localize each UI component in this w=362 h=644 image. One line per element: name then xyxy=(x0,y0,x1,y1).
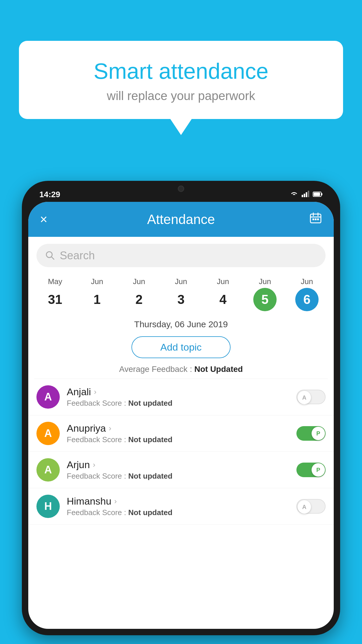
attendance-toggle[interactable]: A xyxy=(296,390,326,404)
chevron-right-icon: › xyxy=(94,387,96,396)
feedback-score: Feedback Score : Not updated xyxy=(67,472,296,481)
cal-date[interactable]: 5 xyxy=(253,288,277,311)
selected-date-label: Thursday, 06 June 2019 xyxy=(28,314,334,332)
cal-date[interactable]: 6 xyxy=(295,288,319,311)
svg-rect-3 xyxy=(308,191,309,197)
feedback-score: Feedback Score : Not updated xyxy=(67,435,296,444)
cal-month: May xyxy=(48,277,62,286)
chevron-right-icon: › xyxy=(109,424,111,433)
calendar-day[interactable]: May 31 xyxy=(34,275,76,314)
svg-rect-6 xyxy=(321,193,322,195)
speech-bubble-container: Smart attendance will replace your paper… xyxy=(19,41,343,119)
attendance-toggle[interactable]: P xyxy=(296,463,326,477)
calendar-icon[interactable] xyxy=(309,212,322,227)
svg-rect-12 xyxy=(315,218,317,220)
search-icon xyxy=(45,251,55,260)
student-name: Himanshu › xyxy=(67,496,296,507)
avg-feedback-label: Average Feedback : xyxy=(119,365,194,374)
add-topic-button[interactable]: Add topic xyxy=(131,336,231,358)
battery-icon xyxy=(313,190,323,199)
phone-frame: 14:29 xyxy=(22,181,340,635)
toggle-knob: P xyxy=(312,463,325,477)
cal-month: Jun xyxy=(217,277,229,286)
svg-rect-13 xyxy=(317,218,319,220)
cal-date[interactable]: 2 xyxy=(127,288,151,311)
avatar: H xyxy=(36,495,60,518)
cal-date[interactable]: 31 xyxy=(43,288,67,311)
cal-date[interactable]: 4 xyxy=(211,288,235,311)
calendar-day[interactable]: Jun 3 xyxy=(160,275,202,314)
attendance-toggle[interactable]: P xyxy=(296,426,326,441)
signal-icon xyxy=(302,190,309,199)
cal-month: Jun xyxy=(91,277,103,286)
avatar: A xyxy=(36,422,60,445)
toggle-knob: A xyxy=(298,391,311,404)
svg-rect-5 xyxy=(314,192,320,196)
student-info: Arjun › Feedback Score : Not updated xyxy=(67,459,296,481)
student-list: A Anjali › Feedback Score : Not updated … xyxy=(28,379,334,525)
status-icons xyxy=(290,190,323,199)
cal-month: Jun xyxy=(133,277,145,286)
avatar: A xyxy=(36,385,60,409)
student-item[interactable]: H Himanshu › Feedback Score : Not update… xyxy=(28,488,334,525)
bubble-title: Smart attendance xyxy=(34,58,328,84)
status-time: 14:29 xyxy=(39,190,60,199)
feedback-score: Feedback Score : Not updated xyxy=(67,399,296,408)
front-camera xyxy=(178,186,184,192)
cal-month: Jun xyxy=(301,277,313,286)
cal-date[interactable]: 3 xyxy=(169,288,193,311)
phone-outer: 14:29 xyxy=(22,181,340,635)
student-name: Anjali › xyxy=(67,386,296,398)
svg-rect-11 xyxy=(312,218,314,220)
add-topic-container: Add topic xyxy=(28,336,334,358)
avg-feedback-value: Not Updated xyxy=(194,365,243,374)
svg-rect-1 xyxy=(304,194,305,197)
student-item[interactable]: A Anjali › Feedback Score : Not updated … xyxy=(28,379,334,415)
calendar-day[interactable]: Jun 5 xyxy=(244,275,286,314)
calendar-day[interactable]: Jun 4 xyxy=(202,275,244,314)
attendance-toggle[interactable]: A xyxy=(296,499,326,514)
student-name: Anupriya › xyxy=(67,423,296,434)
phone-notch xyxy=(164,181,198,197)
student-info: Anjali › Feedback Score : Not updated xyxy=(67,386,296,408)
svg-rect-0 xyxy=(302,195,303,197)
calendar-day[interactable]: Jun 6 xyxy=(286,275,328,314)
student-item[interactable]: A Arjun › Feedback Score : Not updated P xyxy=(28,452,334,488)
calendar-day[interactable]: Jun 2 xyxy=(118,275,160,314)
toggle-knob: A xyxy=(298,500,311,514)
cal-date[interactable]: 1 xyxy=(85,288,109,311)
calendar-day[interactable]: Jun 1 xyxy=(76,275,118,314)
app-header: × Attendance xyxy=(28,202,334,237)
app-header-title: Attendance xyxy=(147,211,215,227)
app-content: × Attendance xyxy=(28,202,334,629)
svg-rect-2 xyxy=(306,192,307,197)
chevron-right-icon: › xyxy=(114,497,117,506)
wifi-icon xyxy=(290,190,298,199)
speech-bubble: Smart attendance will replace your paper… xyxy=(19,41,343,119)
avg-feedback: Average Feedback : Not Updated xyxy=(28,362,334,379)
close-button[interactable]: × xyxy=(40,212,48,227)
toggle-knob: P xyxy=(312,427,325,440)
feedback-score: Feedback Score : Not updated xyxy=(67,508,296,517)
avatar: A xyxy=(36,458,60,482)
svg-line-15 xyxy=(52,257,54,259)
chevron-right-icon: › xyxy=(93,460,95,469)
bubble-subtitle: will replace your paperwork xyxy=(34,89,328,103)
student-name: Arjun › xyxy=(67,459,296,470)
student-info: Anupriya › Feedback Score : Not updated xyxy=(67,423,296,444)
search-bar[interactable]: Search xyxy=(36,244,326,267)
calendar-row: May 31 Jun 1 Jun 2 Jun 3 Jun 4 Jun 5 Jun… xyxy=(28,272,334,314)
student-item[interactable]: A Anupriya › Feedback Score : Not update… xyxy=(28,415,334,452)
cal-month: Jun xyxy=(259,277,271,286)
student-info: Himanshu › Feedback Score : Not updated xyxy=(67,496,296,517)
search-input[interactable]: Search xyxy=(60,249,95,262)
cal-month: Jun xyxy=(175,277,187,286)
